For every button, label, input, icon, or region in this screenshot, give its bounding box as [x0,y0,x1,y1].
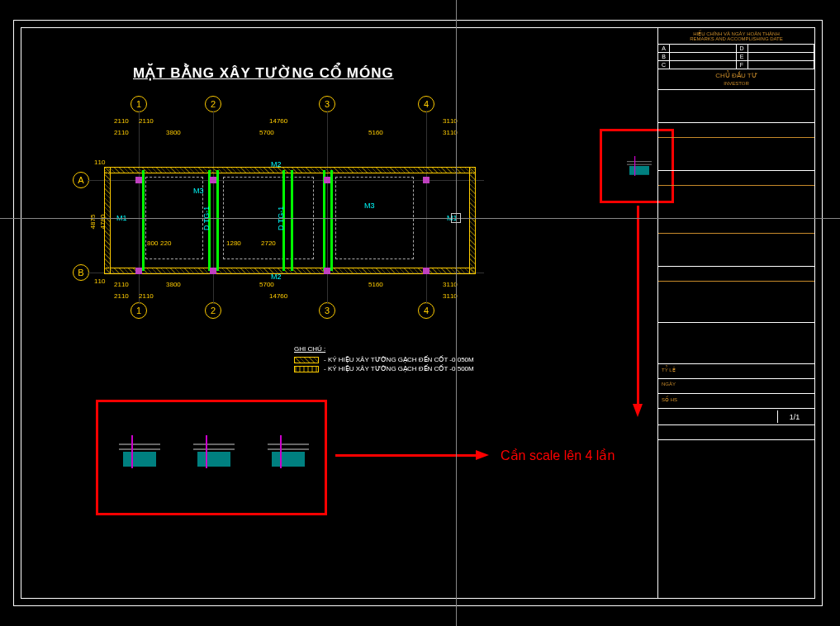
tb-cell: A [658,45,670,53]
dim: 3800 [166,281,181,288]
legend: GHI CHÚ : - KÝ HIỆU XÂY TƯỜNG GẠCH ĐẾN C… [294,345,474,374]
tb-row: SỐ HS [658,394,814,409]
dim: 110 [94,277,105,285]
tb-sheet-row: 1/1 [658,409,814,425]
dim: 2110 [114,281,129,288]
dim: 2720 [261,239,276,247]
beam [142,170,145,271]
tb-revision-grid: AD BE CF [658,45,814,69]
titleblock: HIẾU CHÍNH VÀ NGÀY HOÀN THÀNH REMARKS AN… [657,28,814,598]
tb-header: HIẾU CHÍNH VÀ NGÀY HOÀN THÀNH REMARKS AN… [658,28,814,45]
beam [330,170,333,271]
legend-text-2: - KÝ HIỆU XÂY TƯỜNG GẠCH ĐẾN CỐT -0.500M [324,365,474,372]
tb-cell: D [737,45,748,53]
dim: 800 [147,239,158,247]
legend-text-1: - KÝ HIỆU XÂY TƯỜNG GẠCH ĐẾN CỐT -0.050M [324,356,474,363]
tb-sheet-no: 1/1 [778,410,811,423]
column [324,268,330,274]
tb-divider [658,123,814,138]
wall-bottom [104,268,476,274]
column [423,268,429,274]
dim: 110 [94,159,105,166]
arrow-down-head [633,404,643,417]
gridline-2 [213,111,214,304]
dim: 5700 [259,129,274,136]
crosshair-vertical [456,0,457,626]
drawing-frame-outer: MẶT BẰNG XÂY TƯỜNG CỔ MÓNG 1 2 3 4 1 2 3… [13,20,823,606]
legend-swatch-1 [294,357,319,363]
gridline-1 [139,111,140,304]
grid-bubble-1-bot: 1 [131,302,147,319]
gridline-3 [327,111,328,304]
model-space[interactable]: MẶT BẰNG XÂY TƯỜNG CỔ MÓNG 1 2 3 4 1 2 3… [21,28,657,598]
grid-bubble-2-top: 2 [205,96,221,112]
dim: 14760 [269,117,287,125]
tb-cell [748,53,815,61]
grid-bubble-2-bot: 2 [205,302,221,319]
grid-bubble-4-bot: 4 [418,302,434,319]
grid-bubble-A: A [73,172,89,188]
highlight-box-large [96,400,327,515]
tb-section [658,90,814,123]
column [210,268,216,274]
arrow-down-shaft [637,206,639,404]
dim: 14760 [269,292,287,300]
column [135,177,142,183]
wall-right [469,167,476,274]
tb-divider [658,171,814,186]
tb-section [658,282,814,323]
dim: 3800 [166,129,181,136]
detail-thumb-2 [189,435,239,477]
legend-swatch-2 [294,366,319,372]
crosshair-horizontal [0,218,840,219]
dim: 2110 [114,129,129,136]
tb-section [658,323,814,364]
grid-bubble-B: B [73,264,89,281]
tb-cell: F [737,61,748,69]
tb-divider [658,219,814,234]
column [210,177,216,183]
arrow-right-shaft [335,454,476,457]
tb-section [658,186,814,219]
detail-thumb-3 [263,435,313,477]
tb-cell [670,45,737,53]
annotation-text: Cần scale lên 4 lần [501,448,615,463]
dim: 2110 [114,117,129,125]
tb-section [658,138,814,171]
column [135,268,142,274]
dim: 2110 [139,292,154,300]
tb-cell [670,53,737,61]
grid-bubble-4-top: 4 [418,96,434,112]
gridline-4 [426,111,427,304]
tb-owner: CHỦ ĐẦU TƯ INVESTOR [658,69,814,90]
tb-row: TỶ LỆ [658,364,814,379]
dim: 5160 [368,281,383,288]
grid-bubble-3-bot: 3 [319,302,335,319]
dim: 5160 [368,129,383,136]
tb-row: NGÀY [658,379,814,394]
tb-cell: E [737,53,748,61]
dim: 4875 [89,215,97,230]
detail-thumb-1 [115,435,164,477]
cursor-pickbox[interactable] [451,213,461,223]
dim: 2110 [114,292,129,300]
tb-cell: C [658,61,670,69]
tb-cell [670,61,737,69]
detail-thumb-small [624,156,654,181]
grid-bubble-3-top: 3 [319,96,335,112]
label-m2-top: M2 [271,160,282,168]
column [324,177,330,183]
label-m3a: M3 [193,187,204,195]
grid-bubble-1-top: 1 [131,96,147,112]
label-m3b: M3 [364,202,375,210]
drawing-frame-inner: MẶT BẰNG XÂY TƯỜNG CỔ MÓNG 1 2 3 4 1 2 3… [21,27,815,599]
dim: 5700 [259,281,274,288]
column [423,177,429,183]
wall-left [104,167,111,274]
beam [323,170,325,271]
wall-top [104,167,476,173]
tb-cell [748,61,815,69]
dim: 2110 [139,117,154,125]
legend-header: GHI CHÚ : [294,345,474,353]
tb-row [658,425,814,440]
